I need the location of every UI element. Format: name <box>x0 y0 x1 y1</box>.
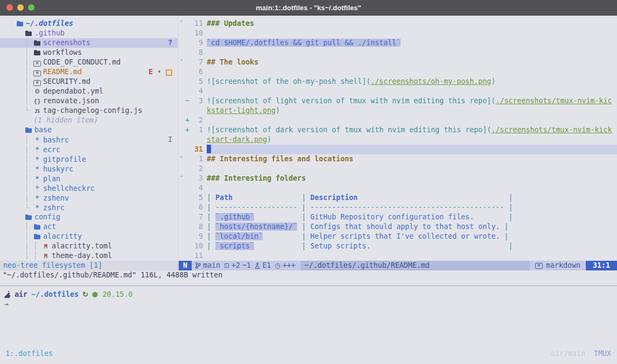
command-line-message: "~/.dotfiles/.github/README.md" 116L, 44… <box>0 270 222 280</box>
tree-item-gitprofile[interactable]: │ *gitprofile <box>0 154 178 164</box>
tree-item-plan[interactable]: │ *plan <box>0 174 178 183</box>
git-sign: ~ <box>185 96 190 106</box>
terminal-workspace: ~/.dotfiles .github │ screenshots? │ wor… <box>0 16 617 364</box>
tree-item-screenshots[interactable]: │ screenshots? <box>0 38 178 48</box>
minimize-button[interactable] <box>17 4 24 11</box>
tmux-window-tab[interactable]: 1:.dotfiles <box>5 349 53 359</box>
line-number: 4 <box>190 183 203 193</box>
tree-item-tag-changelog-config.js[interactable]: └ JStag-changelog-config.js <box>0 106 178 116</box>
tree-item-zshenv[interactable]: │ *zshenv <box>0 193 178 203</box>
tree-item-label: ~/.dotfiles <box>26 19 73 27</box>
tree-item-ecrc[interactable]: │ *ecrc <box>0 145 178 154</box>
editor-line[interactable]: start-dark.png) <box>178 135 617 145</box>
editor-line[interactable]: 8 <box>178 48 617 58</box>
editor-line-text: ## The looks <box>207 58 617 67</box>
close-button[interactable] <box>6 4 13 11</box>
folder-open-icon <box>25 125 32 135</box>
editor-line[interactable]: ˅7## The looks <box>178 58 617 67</box>
fold-chevron-icon <box>178 106 185 116</box>
fold-chevron-icon[interactable]: ˅ <box>178 174 185 183</box>
shell-input-arrow[interactable]: → <box>4 299 9 309</box>
editor-line[interactable]: ~3![screenshot of light version of tmux … <box>178 96 617 106</box>
editor-line[interactable]: kstart-light.png) <box>178 106 617 116</box>
tree-item-theme-day.toml[interactable]: │ │ Mtheme-day.toml <box>0 251 178 261</box>
editor-line[interactable]: 10 <box>178 28 617 38</box>
editor-line[interactable]: 4 <box>178 183 617 193</box>
fold-chevron-icon <box>178 251 185 261</box>
tree-item-shellcheckrc[interactable]: │ *shellcheckrc <box>0 183 178 193</box>
tree-item-marks: I <box>168 135 172 145</box>
fold-chevron-icon[interactable]: ˅ <box>178 58 185 67</box>
editor-line[interactable]: ˅3### Interesting folders <box>178 174 617 183</box>
tmux-session-name: air/main <box>551 349 585 359</box>
fold-chevron-icon[interactable]: ˅ <box>178 19 185 28</box>
editor-line-text: ![screenshot of light version of tmux wi… <box>207 96 617 106</box>
statusline: neo-tree filesystem [1] N main ⊡ +2 ~1 E… <box>0 261 617 270</box>
editor-line[interactable]: ˅1## Interesting files and locations <box>178 154 617 164</box>
editor-line-text: `cd $HOME/.dotfiles && git pull && ./ins… <box>207 38 617 48</box>
line-number: 6 <box>190 67 203 77</box>
tree-item-workflows[interactable]: │ workflows <box>0 48 178 58</box>
pane-separator[interactable] <box>0 286 617 286</box>
editor-line[interactable]: ˅11### Updates <box>178 19 617 28</box>
editor-line-text <box>207 28 617 38</box>
tree-item-.dotfiles[interactable]: ~/.dotfiles <box>0 19 178 28</box>
tree-item-label: .github <box>34 29 65 37</box>
tree-item-.github[interactable]: .github <box>0 28 178 38</box>
editor-line[interactable]: 6| ------------------- | ---------------… <box>178 203 617 212</box>
toml-file-icon: M <box>42 242 50 252</box>
star-icon: * <box>33 164 41 174</box>
line-number: 31 <box>190 145 203 154</box>
editor-line[interactable]: 7| `.github` | GitHub Repository configu… <box>178 212 617 222</box>
tree-item-huskyrc[interactable]: │ *huskyrc <box>0 164 178 174</box>
tree-item-label: workflows <box>43 48 82 56</box>
editor-line[interactable]: 9`cd $HOME/.dotfiles && git pull && ./in… <box>178 38 617 48</box>
tree-item-label: shellcheckrc <box>43 184 95 192</box>
tree-item-base[interactable]: base <box>0 125 178 135</box>
tree-item-code_of_conduct.md[interactable]: │ MCODE_OF_CONDUCT.md <box>0 58 178 67</box>
editor-line[interactable]: +2 <box>178 116 617 125</box>
zoom-button[interactable] <box>28 4 34 11</box>
git-sign <box>185 77 190 87</box>
tree-item-alacritty[interactable]: │ alacritty <box>0 232 178 241</box>
line-number: 8 <box>190 48 203 58</box>
tree-item-bashrc[interactable]: │ *bashrcI <box>0 135 178 145</box>
line-number <box>190 135 203 145</box>
editor-line[interactable]: 11 <box>178 251 617 261</box>
fold-chevron-icon <box>178 203 185 212</box>
tree-item-config[interactable]: config <box>0 212 178 222</box>
editor-line[interactable]: 2 <box>178 164 617 174</box>
diagnostics: E1 <box>255 261 271 270</box>
tree-item-renovate.json[interactable]: │ {}renovate.json <box>0 96 178 106</box>
editor-line[interactable]: 5![screenshot of the oh-my-posh shell](.… <box>178 77 617 87</box>
editor-line[interactable]: 5| Path | Description | <box>178 193 617 203</box>
editor-line[interactable]: 6 <box>178 67 617 77</box>
git-sign <box>185 203 190 212</box>
editor-line[interactable]: 10| `scripts` | Setup scripts. | <box>178 241 617 251</box>
tree-item-dependabot.yml[interactable]: │ ⚙dependabot.yml <box>0 87 178 96</box>
line-number: 10 <box>190 28 203 38</box>
tree-item-alacritty.toml[interactable]: │ │ Malacritty.toml <box>0 241 178 251</box>
git-sign <box>185 38 190 48</box>
tree-item-act[interactable]: │ act <box>0 222 178 232</box>
editor-cursor-line[interactable]: 31 <box>178 145 617 154</box>
editor-line[interactable]: 8| `hosts/{hostname}/` | Configs that sh… <box>178 222 617 232</box>
tree-item-readme.md[interactable]: │ MREADME.mdE• <box>0 67 178 77</box>
editor-line[interactable]: +1![screenshot of dark version of tmux w… <box>178 125 617 135</box>
editor-panel: ˅11### Updates109`cd $HOME/.dotfiles && … <box>178 16 617 261</box>
line-number: 7 <box>190 212 203 222</box>
tmux-right-status: air/main TMUX <box>551 349 611 359</box>
editor-line[interactable]: 4 <box>178 87 617 96</box>
tree-item-label: renovate.json <box>43 97 99 105</box>
fold-chevron-icon[interactable]: ˅ <box>178 154 185 164</box>
tree-item-security.md[interactable]: │ MSECURITY.md <box>0 77 178 87</box>
tree-item-label: config <box>34 213 60 221</box>
tree-item-zshrc[interactable]: └ *zshrc <box>0 203 178 212</box>
editor-line[interactable]: 9| `local/bin` | Helper scripts that I'v… <box>178 232 617 241</box>
tree-item-1hiddenitem[interactable]: (1 hidden item) <box>0 116 178 125</box>
folder-open-icon <box>25 28 32 38</box>
folder-open-icon <box>25 212 32 222</box>
sync-icon: ↻ <box>82 290 88 299</box>
editor-line-text: | `hosts/{hostname}/` | Configs that sho… <box>207 222 617 232</box>
git-sign <box>185 174 190 183</box>
